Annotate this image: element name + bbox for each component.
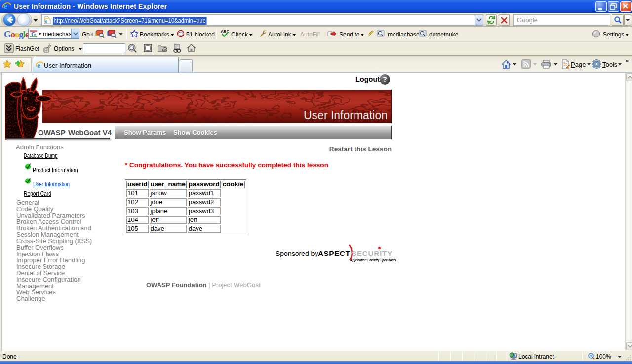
svg-text:G: G — [31, 31, 36, 37]
